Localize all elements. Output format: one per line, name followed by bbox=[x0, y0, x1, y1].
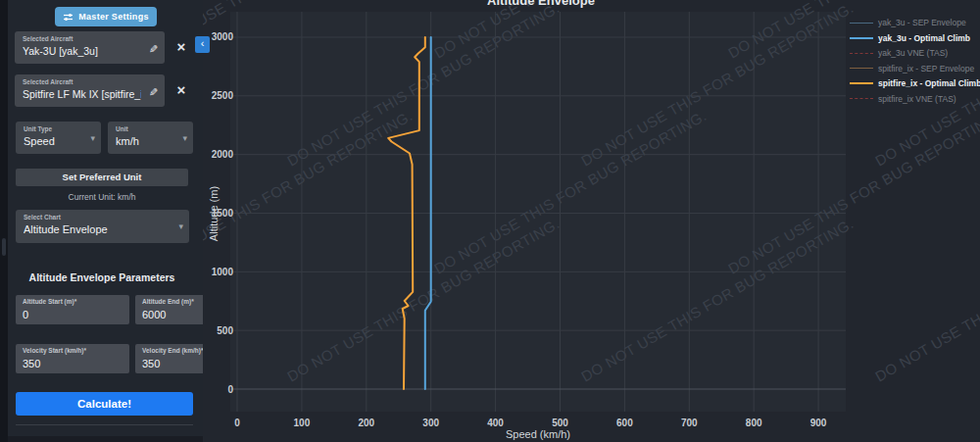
aircraft-field-2-value[interactable]: Spitfire LF Mk IX [spitfire_ix bbox=[23, 88, 141, 100]
legend-label: spitfire_ix - SEP Envelope bbox=[878, 64, 974, 74]
remove-aircraft-1-button[interactable]: × bbox=[173, 39, 189, 55]
unit-type-value: Speed bbox=[24, 135, 85, 147]
y-tick-label: 3000 bbox=[212, 31, 234, 42]
calculate-button[interactable]: Calculate! bbox=[16, 392, 193, 416]
chart-legend: yak_3u - SEP Envelopeyak_3u - Optimal Cl… bbox=[850, 18, 980, 104]
velocity-end-field[interactable]: Velocity End (km/h)* 350 bbox=[135, 344, 204, 373]
legend-swatch bbox=[850, 23, 873, 24]
aircraft-field-2[interactable]: Selected Aircraft Spitfire LF Mk IX [spi… bbox=[15, 74, 165, 107]
left-scroll-strip bbox=[0, 0, 8, 442]
x-tick-label: 100 bbox=[294, 417, 311, 428]
legend-swatch bbox=[850, 98, 873, 99]
chevron-down-icon: ▾ bbox=[182, 133, 187, 143]
altitude-end-label: Altitude End (m)* bbox=[142, 298, 194, 305]
chart-select[interactable]: Select Chart Altitude Envelope ▾ bbox=[16, 210, 189, 243]
sidebar-collapse-button[interactable]: ‹ bbox=[195, 36, 210, 53]
legend-swatch bbox=[850, 53, 873, 54]
y-tick-label: 2000 bbox=[212, 149, 234, 160]
aircraft-field-2-label: Selected Aircraft bbox=[23, 78, 73, 85]
x-axis-title: Speed (km/h) bbox=[506, 428, 570, 440]
aircraft-field-1-label: Selected Aircraft bbox=[23, 35, 73, 42]
chevron-down-icon: ▾ bbox=[90, 133, 95, 143]
legend-item-4[interactable]: spitfire_ix - Optimal Climb bbox=[850, 78, 980, 88]
legend-label: spitfire_ix - Optimal Climb bbox=[878, 78, 980, 88]
altitude-end-value[interactable]: 6000 bbox=[142, 309, 166, 320]
legend-label: yak_3u - Optimal Climb bbox=[878, 33, 970, 43]
x-tick-label: 0 bbox=[234, 417, 240, 428]
velocity-end-value[interactable]: 350 bbox=[142, 358, 160, 369]
app-root: { "sidebar": { "master_settings_label": … bbox=[0, 0, 980, 442]
set-preferred-unit-button[interactable]: Set Preferred Unit bbox=[16, 169, 188, 186]
chevron-down-icon: ▾ bbox=[178, 221, 183, 231]
altitude-start-field[interactable]: Altitude Start (m)* 0 bbox=[16, 295, 129, 324]
chart-select-label: Select Chart bbox=[24, 214, 61, 221]
current-unit-text: Current Unit: km/h bbox=[8, 192, 196, 202]
watermark-text: DO NOT USE THIS FOR BUG REPORTING. bbox=[872, 215, 980, 385]
chart-title: Altitude Envelope bbox=[487, 0, 595, 8]
velocity-start-field[interactable]: Velocity Start (km/h)* 350 bbox=[16, 344, 129, 373]
velocity-start-label: Velocity Start (km/h)* bbox=[23, 347, 86, 354]
x-tick-label: 800 bbox=[746, 417, 762, 428]
x-tick-label: 300 bbox=[422, 417, 439, 428]
chart-select-value: Altitude Envelope bbox=[24, 223, 173, 235]
legend-swatch bbox=[850, 82, 873, 84]
x-tick-label: 600 bbox=[616, 417, 633, 428]
legend-swatch bbox=[850, 37, 873, 39]
y-tick-label: 0 bbox=[227, 384, 233, 395]
altitude-start-value[interactable]: 0 bbox=[23, 309, 28, 320]
x-tick-label: 400 bbox=[487, 417, 504, 428]
legend-item-3[interactable]: spitfire_ix - SEP Envelope bbox=[850, 64, 980, 74]
edit-icon[interactable]: ✎ bbox=[149, 43, 158, 56]
legend-item-0[interactable]: yak_3u - SEP Envelope bbox=[850, 18, 980, 27]
legend-swatch bbox=[850, 68, 873, 69]
aircraft-field-1[interactable]: Selected Aircraft Yak-3U [yak_3u] ✎ bbox=[15, 31, 165, 64]
altitude-end-field[interactable]: Altitude End (m)* 6000 bbox=[135, 295, 204, 324]
legend-label: yak_3u VNE (TAS) bbox=[878, 48, 948, 58]
params-heading: Altitude Envelope Parameters bbox=[8, 271, 196, 283]
y-axis-title: Altitude (m) bbox=[208, 186, 220, 241]
y-tick-label: 1000 bbox=[212, 267, 234, 277]
unit-type-select[interactable]: Unit Type Speed ▾ bbox=[16, 122, 101, 154]
x-tick-label: 700 bbox=[681, 417, 698, 428]
aircraft-field-1-value[interactable]: Yak-3U [yak_3u] bbox=[23, 45, 141, 57]
chart-area: DO NOT USE THIS FOR BUG REPORTING.DO NOT… bbox=[203, 0, 980, 442]
x-tick-label: 900 bbox=[810, 417, 827, 428]
master-settings-label: Master Settings bbox=[78, 12, 149, 22]
unit-type-label: Unit Type bbox=[24, 125, 52, 132]
legend-label: spitfire_ix VNE (TAS) bbox=[878, 94, 956, 104]
x-tick-label: 500 bbox=[552, 417, 568, 428]
edit-icon[interactable]: ✎ bbox=[149, 86, 158, 99]
tune-icon bbox=[63, 12, 74, 23]
y-tick-label: 2500 bbox=[212, 90, 234, 101]
scrollbar-handle[interactable] bbox=[2, 238, 6, 256]
altitude-start-label: Altitude Start (m)* bbox=[23, 298, 76, 305]
master-settings-button[interactable]: Master Settings bbox=[55, 7, 157, 26]
legend-label: yak_3u - SEP Envelope bbox=[878, 18, 966, 27]
y-tick-label: 500 bbox=[217, 325, 233, 336]
unit-value: km/h bbox=[116, 135, 177, 147]
legend-item-1[interactable]: yak_3u - Optimal Climb bbox=[850, 33, 980, 43]
velocity-start-value[interactable]: 350 bbox=[23, 358, 40, 369]
velocity-end-label: Velocity End (km/h)* bbox=[142, 347, 204, 354]
legend-item-2[interactable]: yak_3u VNE (TAS) bbox=[850, 48, 980, 58]
x-tick-label: 200 bbox=[358, 417, 374, 428]
unit-label: Unit bbox=[116, 125, 128, 132]
remove-aircraft-2-button[interactable]: × bbox=[173, 82, 189, 98]
unit-select[interactable]: Unit km/h ▾ bbox=[108, 122, 193, 154]
divider bbox=[16, 424, 193, 425]
legend-item-5[interactable]: spitfire_ix VNE (TAS) bbox=[850, 94, 980, 104]
settings-sidebar: Master Settings Selected Aircraft Yak-3U… bbox=[8, 0, 204, 436]
